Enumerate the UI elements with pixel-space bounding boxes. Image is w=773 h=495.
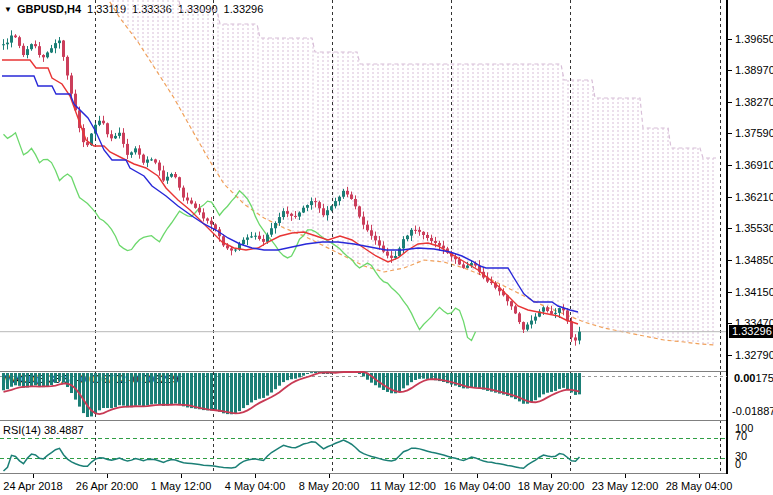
time-tick-label: 24 Apr 2018 — [3, 480, 62, 492]
price-tick — [728, 102, 732, 103]
price-tick — [728, 133, 732, 134]
time-tick — [477, 474, 478, 478]
price-tick — [728, 197, 732, 198]
price-tick — [728, 39, 732, 40]
price-tick — [728, 355, 732, 356]
price-tick — [728, 165, 732, 166]
price-axis[interactable]: 1.396501.389701.382701.375901.369101.362… — [727, 0, 773, 474]
macd-layer — [0, 372, 727, 417]
candles-layer — [2, 30, 581, 345]
time-tick-label: 23 May 12:00 — [592, 480, 659, 492]
time-tick-label: 28 May 04:00 — [666, 480, 733, 492]
chikou-layer — [4, 133, 476, 341]
price-tick-label: 1.37590 — [735, 128, 773, 139]
time-tick — [255, 474, 256, 478]
rsi-scale-70: 70 — [735, 431, 747, 441]
price-tick-label: 1.38270 — [735, 97, 773, 108]
rsi-scale-0: 0 — [735, 459, 741, 469]
time-tick — [403, 474, 404, 478]
time-tick — [33, 474, 34, 478]
price-tick-label: 1.36910 — [735, 160, 773, 171]
price-tick-label: 1.39650 — [735, 34, 773, 45]
time-tick — [329, 474, 330, 478]
price-tick-label: 1.34850 — [735, 255, 773, 266]
time-tick — [625, 474, 626, 478]
price-tick — [728, 70, 732, 71]
time-tick-label: 4 May 04:00 — [225, 480, 286, 492]
macd-scale-bottom-label: -0.018879 — [732, 405, 773, 417]
macd-scale-top-label: 0.00175 — [734, 372, 773, 384]
time-tick — [699, 474, 700, 478]
time-tick — [107, 474, 108, 478]
price-tick — [728, 260, 732, 261]
price-tick-label: 1.38970 — [735, 65, 773, 76]
time-tick-label: 16 May 04:00 — [444, 480, 511, 492]
price-tick — [728, 292, 732, 293]
rsi-layer — [0, 439, 727, 472]
price-tick-label: 1.34150 — [735, 287, 773, 298]
time-tick — [551, 474, 552, 478]
mt4-chart-window: ▼GBPUSD,H41.331191.333361.330901.33296 M… — [0, 0, 773, 495]
time-axis[interactable]: 24 Apr 201826 Apr 20:001 May 12:004 May … — [0, 474, 773, 495]
time-tick-label: 11 May 12:00 — [370, 480, 436, 492]
time-tick — [181, 474, 182, 478]
time-tick-label: 18 May 20:00 — [518, 480, 585, 492]
ichimoku-cloud-layer — [106, 0, 716, 345]
price-tick-label: 1.36210 — [735, 192, 773, 203]
current-price-badge: 1.33296 — [729, 325, 773, 338]
price-tick — [728, 228, 732, 229]
time-tick-label: 26 Apr 20:00 — [76, 480, 138, 492]
time-tick-label: 1 May 12:00 — [151, 480, 212, 492]
price-tick-label: 1.32790 — [735, 350, 773, 361]
chart-canvas[interactable] — [0, 0, 727, 474]
price-tick-label: 1.35530 — [735, 223, 773, 234]
time-tick-label: 8 May 20:00 — [299, 480, 360, 492]
